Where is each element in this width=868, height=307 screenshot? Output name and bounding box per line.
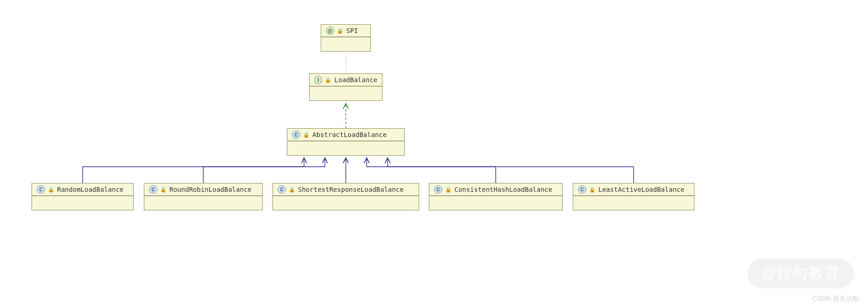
class-node-consistenthashloadbalance[interactable]: C 🔒 ConsistentHashLoadBalance (429, 183, 563, 210)
lock-icon: 🔒 (160, 187, 167, 193)
lock-icon: 🔒 (48, 187, 54, 193)
class-type-icon: C (434, 185, 442, 194)
watermark-bubble: @拉勾教育 (747, 259, 854, 288)
watermark-csdn: CSDN @吴法刚 (812, 295, 859, 303)
node-label: LoadBalance (334, 76, 377, 84)
node-label: LeastActiveLoadBalance (598, 186, 684, 193)
lock-icon: 🔒 (445, 187, 452, 193)
class-type-icon: C (278, 185, 286, 194)
edge-roundrobin-abs (203, 158, 325, 183)
interface-type-icon: I (314, 76, 322, 84)
lock-icon: 🔒 (289, 187, 295, 193)
node-label: RoundRobinLoadBalance (169, 186, 252, 193)
class-node-leastactiveloadbalance[interactable]: C 🔒 LeastActiveLoadBalance (573, 183, 694, 210)
class-type-icon: C (149, 185, 157, 194)
node-label: RandomLoadBalance (57, 186, 123, 193)
class-node-shortestresponseloadbalance[interactable]: C 🔒 ShortestResponseLoadBalance (272, 183, 419, 210)
class-node-spi[interactable]: @ 🔒 SPI (321, 24, 371, 52)
class-node-roundrobinloadbalance[interactable]: C 🔒 RoundRobinLoadBalance (144, 183, 263, 210)
edge-random-abs (83, 158, 304, 183)
node-label: ConsistentHashLoadBalance (454, 186, 552, 193)
class-type-icon: C (578, 185, 586, 194)
class-type-icon: C (37, 185, 45, 194)
node-label: ShortestResponseLoadBalance (298, 186, 404, 193)
lock-icon: 🔒 (589, 187, 596, 193)
lock-icon: 🔒 (337, 28, 343, 34)
class-node-randomloadbalance[interactable]: C 🔒 RandomLoadBalance (32, 183, 134, 210)
class-node-loadbalance[interactable]: I 🔒 LoadBalance (309, 73, 382, 101)
node-label: AbstractLoadBalance (312, 131, 387, 138)
lock-icon: 🔒 (325, 77, 331, 83)
connector-layer (0, 0, 868, 307)
lock-icon: 🔒 (303, 132, 310, 138)
edge-leastactive-abs (388, 158, 634, 183)
class-node-abstractloadbalance[interactable]: C 🔒 AbstractLoadBalance (287, 128, 405, 156)
edge-consistent-abs (367, 158, 496, 183)
class-type-icon: C (292, 131, 300, 139)
node-label: SPI (346, 27, 358, 34)
annotation-type-icon: @ (326, 26, 334, 35)
